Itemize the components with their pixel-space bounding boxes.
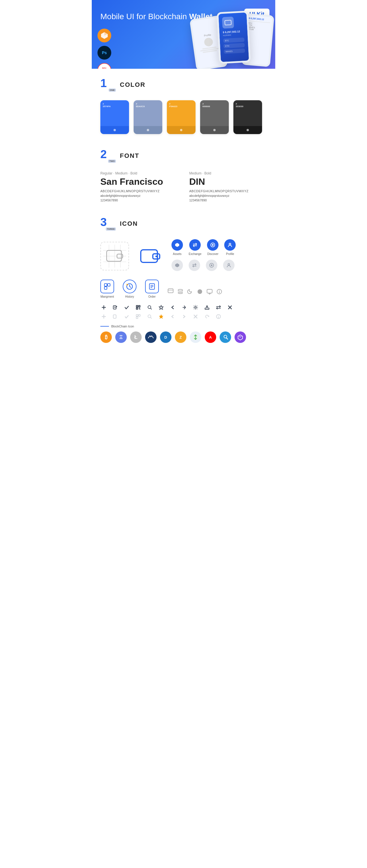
svg-point-66 [148,315,151,318]
wallet-icon-blue [136,242,165,271]
font-title: FONT [120,152,139,160]
svg-rect-64 [139,314,140,316]
svg-line-67 [150,317,152,318]
font-sf: Regular · Medium · Bold San Francisco AB… [101,171,178,202]
profile-label: Profile [226,252,234,255]
qr-icon-faded [135,313,142,320]
exchange-icon [189,239,201,251]
svg-line-52 [150,308,152,309]
plus-icon[interactable] [101,304,107,311]
svg-point-19 [211,265,213,266]
management-icon [101,280,114,293]
color-section: 1 ONE COLOR #3574FA #8DA0C8 #F5A623 [101,78,266,134]
blockchain-label: BlockChain Icon [101,324,266,328]
ark-icon: A [205,332,216,343]
font-sf-lower: abcdefghijklmnopqrstuvwxyz [101,194,178,197]
upload-icon[interactable] [204,304,210,311]
tool-icons-faded-row [101,313,266,320]
close-icon[interactable] [227,304,233,311]
assets-icon [171,239,183,251]
order-icon-item: Order [145,280,159,298]
share-icon[interactable] [181,304,188,311]
management-icon-item: Mangment [101,280,114,298]
svg-rect-47 [137,308,138,309]
list-edit-icon[interactable] [112,304,119,311]
ethereum-icon: Ξ [115,332,127,343]
icon-section: 3 THREE ICON [101,216,266,343]
svg-point-31 [178,289,182,291]
layers-icon [177,288,184,296]
font-section-header: 2 TWO FONT [101,148,266,163]
font-din-name: DIN [189,177,266,187]
svg-point-15 [212,244,214,246]
swatch-orange: #F5A623 [167,100,196,134]
star-icon-filled [158,313,165,320]
svg-rect-62 [113,315,116,318]
back-icon[interactable] [169,304,176,311]
history-label: History [125,295,134,298]
qr-icon[interactable] [135,304,142,311]
svg-rect-50 [140,309,140,310]
icon-title: ICON [120,220,138,227]
matic-icon [234,332,246,343]
hero-badges: Ps 60+Screens [97,29,111,69]
moon-icon [187,288,193,296]
search-icon[interactable] [146,304,153,311]
screens-badge: 60+Screens [97,63,111,69]
main-content: 1 ONE COLOR #3574FA #8DA0C8 #F5A623 [92,69,275,366]
order-icon [145,280,159,293]
swatch-medium-gray: #666666 [200,100,229,134]
assets-icon-gray [171,259,183,271]
font-din-upper: ABCDEFGHIJKLMNOPQRSTUVWXYZ [189,189,266,193]
font-sf-meta: Regular · Medium · Bold [101,171,178,175]
wallet-icon-showcase: Assets Exchange Discover [101,239,266,273]
svg-point-51 [148,306,151,309]
font-din-meta: Medium · Bold [189,171,266,175]
svg-line-76 [226,338,228,339]
swatch-dark: #303030 [233,100,262,134]
discover-icon [207,239,219,251]
assets-icon-gray-circle [171,259,183,271]
info-icon-faded [215,313,222,320]
exchange-label: Exchange [189,252,201,255]
settings-icon[interactable] [192,304,199,311]
discover-label: Discover [207,252,219,255]
swap-icon[interactable] [215,304,222,311]
iota-icon [190,332,201,343]
management-label: Mangment [101,295,114,298]
font-sf-nums: 1234567890 [101,198,178,202]
check-icon[interactable] [123,304,130,311]
svg-point-55 [195,307,196,308]
profile-icon-gray-circle [223,259,234,271]
list-edit-icon-faded [112,313,119,320]
info-icon [216,288,223,296]
icon-section-header: 3 THREE ICON [101,216,266,231]
profile-icon-item: Profile [224,239,236,255]
bitcoin-icon: ₿ [101,332,112,343]
font-din: Medium · Bold DIN ABCDEFGHIJKLMNOPQRSTUV… [189,171,266,202]
svg-rect-33 [207,289,212,293]
qtum-icon [220,332,231,343]
svg-marker-68 [159,314,163,318]
font-sf-name: San Francisco [101,177,178,187]
svg-point-36 [219,290,220,290]
exchange-icon-gray-circle [189,259,200,271]
circle-icon [197,288,203,296]
chat-icon [167,288,174,296]
font-grid: Regular · Medium · Bold San Francisco AB… [101,171,266,202]
svg-rect-65 [136,317,138,318]
assets-icon-item: Assets [171,239,183,255]
forward-icon-faded [181,313,188,320]
assets-label: Assets [173,252,181,255]
crypto-row: ₿ Ξ Ł D Z A [101,332,266,343]
sketch-badge [97,29,111,42]
section-number-color: 1 ONE [101,78,115,92]
svg-rect-63 [136,314,138,316]
profile-icon-gray [223,259,234,271]
star-icon[interactable] [158,304,165,311]
swatch-gray-blue: #8DA0C8 [134,100,162,134]
zcash-icon: Z [175,332,186,343]
exchange-icon-gray [189,259,200,271]
app-icons-row: Mangment History [101,280,266,298]
litecoin-icon: Ł [130,332,142,343]
